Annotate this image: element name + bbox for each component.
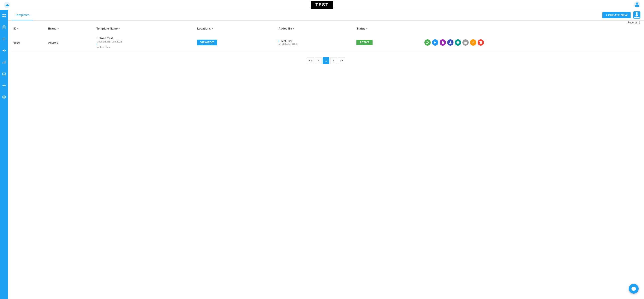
svg-rect-30 (480, 41, 481, 42)
col-header-actions (422, 24, 640, 33)
edit-button[interactable] (470, 39, 476, 46)
sidebar-item-settings-alt[interactable] (1, 82, 7, 88)
app-title: TEST (311, 1, 333, 9)
chevron-down-icon: ▾ (58, 27, 58, 30)
first-page-button[interactable]: << (307, 57, 314, 64)
cell-brand: Android (46, 33, 94, 52)
edit-icon (472, 41, 475, 44)
svg-rect-4 (4, 14, 6, 15)
download-button[interactable] (633, 12, 640, 18)
col-header-brand: Brand ▾ (46, 24, 94, 33)
svg-rect-14 (3, 62, 3, 64)
app-logo[interactable] (4, 2, 10, 8)
col-header-id-inner[interactable]: ID ▾ (14, 27, 44, 30)
col-header-locations: Locations ▾ (195, 24, 276, 33)
svg-point-21 (427, 41, 428, 42)
svg-point-18 (3, 85, 4, 86)
svg-point-19 (4, 96, 5, 98)
svg-rect-15 (4, 61, 4, 64)
chat-icon (631, 286, 636, 291)
archive-icon (464, 41, 467, 44)
main-content: Templates + CREATE NEW Records: 1 I (8, 10, 644, 299)
svg-rect-28 (480, 42, 482, 44)
table-header-row: ID ▾ Brand ▾ Template Name ▾ (12, 24, 640, 33)
cell-id: 6650 (12, 33, 46, 52)
trash-icon (479, 41, 482, 44)
status-badge: ACTIVE (356, 40, 372, 45)
templates-table: ID ▾ Brand ▾ Template Name ▾ (12, 24, 640, 52)
view-edit-button[interactable]: VIEW/EDIT (197, 40, 217, 46)
tabs-bar: Templates + CREATE NEW (8, 10, 644, 20)
cell-actions (422, 33, 640, 52)
pagination: << < 1 > >> (8, 52, 644, 69)
cell-added-by: ℹ Test User on 26th Jun 2023 (276, 33, 355, 52)
svg-rect-27 (465, 43, 466, 43)
svg-point-2 (636, 2, 638, 5)
sidebar-item-list[interactable] (1, 36, 7, 42)
download-action-icon (449, 41, 452, 44)
info-circle-icon: ℹ (96, 43, 194, 46)
chevron-down-icon: ▾ (118, 27, 120, 30)
col-header-id: ID ▾ (12, 24, 46, 33)
info-icon: ℹ (278, 40, 280, 43)
cell-status: ACTIVE (355, 33, 422, 52)
top-bar: TEST (0, 0, 644, 10)
templates-table-container: ID ▾ Brand ▾ Template Name ▾ (8, 24, 644, 52)
chevron-down-icon: ▾ (293, 27, 294, 30)
col-header-status: Status ▾ (355, 24, 422, 33)
col-header-locations-inner[interactable]: Locations ▾ (197, 27, 275, 30)
assign-icon (426, 41, 429, 44)
col-header-added-by-inner[interactable]: Added By ▾ (278, 27, 353, 30)
chevron-down-icon: ▾ (366, 27, 368, 30)
user-icon[interactable] (634, 1, 640, 8)
view-button[interactable] (455, 39, 461, 46)
sidebar-item-grid[interactable] (1, 12, 7, 19)
sidebar-item-document[interactable] (1, 24, 7, 30)
delete-button[interactable] (478, 39, 484, 46)
svg-rect-6 (4, 16, 6, 17)
assign-button[interactable] (424, 39, 431, 46)
sidebar-item-inbox[interactable] (1, 71, 7, 77)
play-icon (434, 41, 437, 44)
download-icon (633, 12, 640, 18)
records-info: Records: 1 (8, 20, 644, 24)
svg-rect-5 (2, 16, 4, 17)
col-header-template-name: Template Name ▾ (94, 24, 195, 33)
svg-rect-26 (464, 42, 467, 42)
create-new-button[interactable]: + CREATE NEW (602, 12, 630, 18)
chat-fab-button[interactable] (629, 284, 639, 294)
archive-button[interactable] (462, 39, 469, 46)
svg-rect-3 (2, 14, 4, 15)
col-header-template-name-inner[interactable]: Template Name ▾ (96, 27, 194, 30)
sidebar-item-gear[interactable] (1, 94, 7, 100)
svg-rect-20 (634, 17, 640, 18)
last-page-button[interactable]: >> (338, 57, 345, 64)
copy-icon (441, 41, 444, 44)
current-page-button[interactable]: 1 (323, 57, 330, 64)
action-buttons (424, 39, 639, 46)
chevron-down-icon: ▾ (17, 27, 18, 30)
tabs-right: + CREATE NEW (602, 12, 640, 18)
download-action-button[interactable] (447, 39, 454, 46)
prev-page-button[interactable]: < (315, 57, 322, 64)
tabs-left: Templates (12, 10, 33, 20)
chevron-down-icon: ▾ (212, 27, 213, 30)
next-page-button[interactable]: > (330, 57, 337, 64)
eye-icon (456, 41, 460, 44)
svg-rect-24 (449, 44, 452, 44)
tab-templates[interactable]: Templates (12, 10, 33, 20)
play-button[interactable] (432, 39, 438, 46)
copy-button[interactable] (440, 39, 446, 46)
col-header-brand-inner[interactable]: Brand ▾ (48, 27, 93, 30)
svg-point-25 (458, 42, 458, 43)
table-row: 6650 Android Upload Test Modified 26th J… (12, 33, 640, 52)
col-header-status-inner[interactable]: Status ▾ (356, 27, 421, 30)
sidebar-item-chart[interactable] (1, 59, 7, 65)
sidebar-item-megaphone[interactable] (1, 48, 7, 54)
sidebar (0, 10, 8, 299)
cell-locations: VIEW/EDIT (195, 33, 276, 52)
col-header-added-by: Added By ▾ (276, 24, 355, 33)
svg-rect-16 (5, 60, 6, 64)
cell-template-name: Upload Test Modified 26th Jun 2023 ℹ by … (94, 33, 195, 52)
svg-marker-22 (434, 41, 436, 44)
